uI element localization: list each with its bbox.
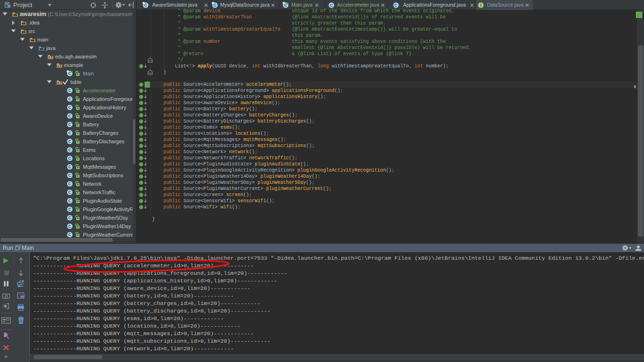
svg-text:C: C bbox=[68, 207, 72, 212]
svg-text:C: C bbox=[68, 148, 72, 152]
svg-text:C: C bbox=[68, 97, 72, 101]
svg-text:C: C bbox=[68, 181, 72, 186]
svg-text:C: C bbox=[395, 3, 398, 8]
svg-text:C: C bbox=[68, 215, 72, 220]
svg-text:C: C bbox=[68, 198, 72, 203]
svg-text:I: I bbox=[480, 3, 482, 8]
svg-text:C: C bbox=[68, 122, 72, 127]
svg-text:C: C bbox=[68, 156, 72, 161]
svg-text:C: C bbox=[68, 105, 72, 110]
svg-text:C: C bbox=[68, 165, 72, 169]
svg-text:C: C bbox=[68, 232, 72, 237]
svg-text:C: C bbox=[68, 224, 72, 229]
svg-text:C: C bbox=[68, 139, 72, 144]
svg-text:C: C bbox=[68, 190, 72, 195]
svg-text:C: C bbox=[68, 88, 72, 93]
svg-text:C: C bbox=[68, 114, 72, 118]
svg-text:C: C bbox=[68, 173, 72, 178]
svg-text:C: C bbox=[330, 3, 333, 8]
svg-text:C: C bbox=[68, 131, 72, 135]
